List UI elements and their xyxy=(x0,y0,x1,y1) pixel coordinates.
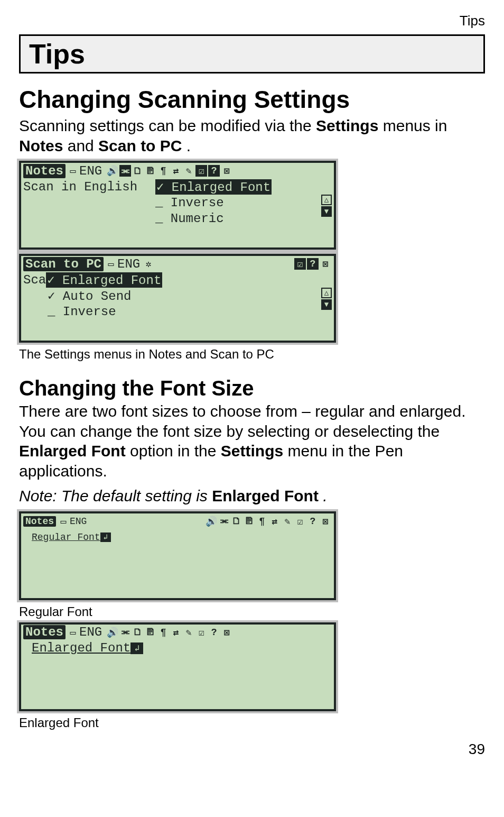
battery-icon: ▭ xyxy=(58,516,69,527)
lcd-regular-font: Notes ▭ ENG 🔊 ⫘ 🗋 🖹 ¶ ⇄ ✎ ☑ ? ⊠ Regular … xyxy=(19,511,336,600)
battery-icon: ▭ xyxy=(67,627,79,638)
app-label: Notes xyxy=(23,516,56,527)
menu-item[interactable]: _ Inverse xyxy=(48,305,116,319)
check-mark: ✓ xyxy=(48,289,55,304)
pencil-icon: ✎ xyxy=(183,627,194,638)
scroll-down-button[interactable]: ▼ xyxy=(321,206,332,217)
menu-label: Numeric xyxy=(171,212,224,226)
text: and xyxy=(68,137,98,154)
subsection-title: Changing the Font Size xyxy=(19,377,485,400)
app-label: Notes xyxy=(23,164,66,178)
text: Scanning settings can be modified via th… xyxy=(19,117,316,134)
text-bold: Scan to PC xyxy=(98,137,182,154)
lang-label: ENG xyxy=(79,164,102,178)
enter-icon: ↲ xyxy=(130,642,143,654)
link-icon: ⫘ xyxy=(119,165,131,177)
text-bold: Settings xyxy=(316,117,378,134)
pencil-icon: ✎ xyxy=(183,165,194,177)
figure-caption: The Settings menus in Notes and Scan to … xyxy=(19,347,485,362)
lang-label: ENG xyxy=(70,516,87,527)
speaker-icon: 🔊 xyxy=(206,516,217,527)
battery-icon: ▭ xyxy=(67,165,79,177)
menu-item-selected[interactable]: ✓ Enlarged Font xyxy=(155,179,272,195)
menu-label: Inverse xyxy=(63,305,116,319)
intro-text: Scanning settings can be modified via th… xyxy=(19,116,485,155)
close-icon: ⊠ xyxy=(320,258,331,270)
scroll-up-button[interactable]: △ xyxy=(321,195,332,205)
copy-icon: 🖹 xyxy=(145,627,156,638)
figure-caption-regular: Regular Font xyxy=(19,604,485,619)
lang-label: ENG xyxy=(79,625,102,639)
page-banner: Tips xyxy=(19,34,485,74)
page-icon: 🗋 xyxy=(132,165,144,177)
text-bold: Notes xyxy=(19,137,63,154)
figure-caption-enlarged: Enlarged Font xyxy=(19,715,485,730)
body-text: There are two font sizes to choose from … xyxy=(19,401,485,481)
checkbox-icon: ☑ xyxy=(294,516,306,527)
pilcrow-icon: ¶ xyxy=(157,627,169,638)
text-bold: Enlarged Font xyxy=(19,442,126,460)
help-icon: ? xyxy=(307,258,319,270)
section-title: Changing Scanning Settings xyxy=(19,85,485,114)
pencil-icon: ✎ xyxy=(282,516,293,527)
text-bold: Enlarged Font xyxy=(212,487,319,504)
text: . xyxy=(186,137,191,154)
menu-label: Inverse xyxy=(171,196,224,210)
check-mark: _ xyxy=(155,196,163,210)
lang-label: ENG xyxy=(117,257,140,271)
checkbox-icon: ☑ xyxy=(294,258,306,270)
link-icon: ⫘ xyxy=(218,516,230,527)
menu-label: Enlarged Font xyxy=(172,180,270,195)
help-icon: ? xyxy=(208,165,220,177)
text-italic: . xyxy=(323,487,327,504)
menu-item[interactable]: ✓ Auto Send xyxy=(48,288,131,304)
note-text: Note: The default setting is Enlarged Fo… xyxy=(19,486,485,506)
close-icon: ⊠ xyxy=(221,627,232,638)
menu-label: Auto Send xyxy=(63,289,132,304)
sample-text: Enlarged Font xyxy=(32,641,130,655)
lcd-notes-settings: Notes ▭ ENG 🔊 ⫘ 🗋 🖹 ¶ ⇄ ✎ ☑ ? ⊠ Scan in … xyxy=(19,161,336,250)
check-mark: _ xyxy=(155,212,163,226)
sample-text: Regular Font xyxy=(32,532,100,543)
check-mark: ✓ xyxy=(47,273,54,288)
lcd-scan-to-pc-settings: Scan to PC ▭ ENG ✲ ☑ ? ⊠ Sca ✓ Enlarged … xyxy=(19,254,336,343)
menu-item[interactable]: _ Inverse xyxy=(155,196,224,210)
check-mark: ✓ xyxy=(156,180,164,195)
close-icon: ⊠ xyxy=(320,516,331,527)
pilcrow-icon: ¶ xyxy=(157,165,169,177)
text: There are two font sizes to choose from … xyxy=(19,402,465,440)
page-number: 39 xyxy=(19,741,485,758)
send-icon: ✲ xyxy=(143,258,154,270)
close-icon: ⊠ xyxy=(221,165,232,177)
app-label: Notes xyxy=(23,625,66,639)
text-bold: Settings xyxy=(221,442,283,460)
enter-icon: ↲ xyxy=(100,533,111,542)
copy-icon: 🖹 xyxy=(244,516,255,527)
swap-icon: ⇄ xyxy=(170,165,182,177)
help-icon: ? xyxy=(208,627,220,638)
scroll-down-button[interactable]: ▼ xyxy=(321,299,332,310)
swap-icon: ⇄ xyxy=(269,516,281,527)
page-header-label: Tips xyxy=(19,13,485,29)
text: menus in xyxy=(383,117,447,134)
scroll-up-button[interactable]: △ xyxy=(321,288,332,298)
checkbox-icon: ☑ xyxy=(195,627,207,638)
menu-label: Enlarged Font xyxy=(62,273,161,288)
swap-icon: ⇄ xyxy=(170,627,182,638)
link-icon: ⫘ xyxy=(119,627,131,638)
lcd-enlarged-font: Notes ▭ ENG 🔊 ⫘ 🗋 🖹 ¶ ⇄ ✎ ☑ ? ⊠ Enlarged… xyxy=(19,622,336,711)
menu-item-selected[interactable]: ✓ Enlarged Font xyxy=(46,272,162,288)
check-mark: _ xyxy=(48,305,55,319)
scan-line: Scan in English xyxy=(23,180,155,194)
pilcrow-icon: ¶ xyxy=(256,516,268,527)
text: option in the xyxy=(130,442,221,460)
battery-icon: ▭ xyxy=(105,258,117,270)
text-italic: Note: The default setting is xyxy=(19,487,212,504)
speaker-icon: 🔊 xyxy=(107,627,118,638)
text-prefix: Sca xyxy=(23,273,46,287)
page-icon: 🗋 xyxy=(132,627,144,638)
speaker-icon: 🔊 xyxy=(107,165,118,177)
menu-item[interactable]: _ Numeric xyxy=(155,212,224,226)
page-icon: 🗋 xyxy=(231,516,242,527)
app-label: Scan to PC xyxy=(23,257,104,271)
